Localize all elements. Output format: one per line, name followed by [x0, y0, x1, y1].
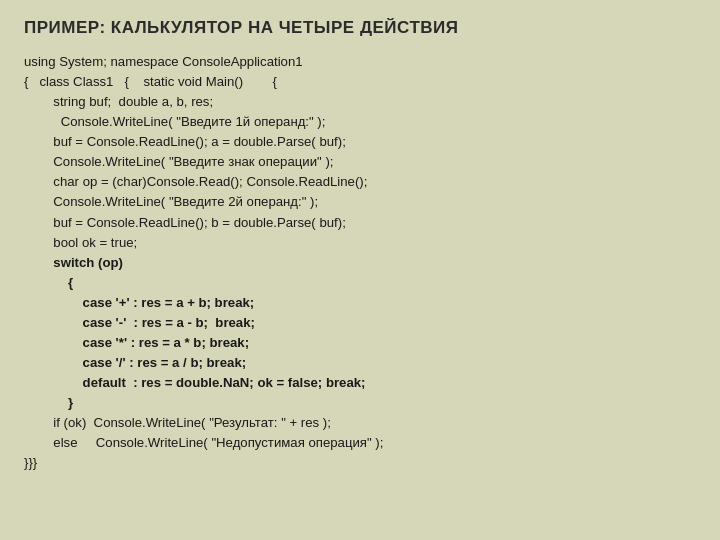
code-line-17: default : res = double.NaN; ok = false; …	[24, 373, 696, 393]
code-line-20: else Console.WriteLine( "Недопустимая оп…	[24, 433, 696, 453]
page-container: ПРИМЕР: КАЛЬКУЛЯТОР НА ЧЕТЫРЕ ДЕЙСТВИЯ u…	[0, 0, 720, 540]
code-line-16: case '/' : res = a / b; break;	[24, 353, 696, 373]
code-line-13: case '+' : res = a + b; break;	[24, 293, 696, 313]
code-line-12: {	[24, 273, 696, 293]
code-line-9: buf = Console.ReadLine(); b = double.Par…	[24, 213, 696, 233]
code-line-8: Console.WriteLine( "Введите 2й операнд:"…	[24, 192, 696, 212]
code-line-11: switch (op)	[24, 253, 696, 273]
code-line-6: Console.WriteLine( "Введите знак операци…	[24, 152, 696, 172]
code-line-3: string buf; double a, b, res;	[24, 92, 696, 112]
code-block: using System; namespace ConsoleApplicati…	[24, 52, 696, 473]
code-line-4: Console.WriteLine( "Введите 1й операнд:"…	[24, 112, 696, 132]
code-line-5: buf = Console.ReadLine(); a = double.Par…	[24, 132, 696, 152]
code-line-19: if (ok) Console.WriteLine( "Результат: "…	[24, 413, 696, 433]
code-line-15: case '*' : res = a * b; break;	[24, 333, 696, 353]
code-line-10: bool ok = true;	[24, 233, 696, 253]
code-line-21: }}}	[24, 453, 696, 473]
code-line-1: using System; namespace ConsoleApplicati…	[24, 52, 696, 72]
code-line-18: }	[24, 393, 696, 413]
page-title: ПРИМЕР: КАЛЬКУЛЯТОР НА ЧЕТЫРЕ ДЕЙСТВИЯ	[24, 18, 696, 38]
code-line-14: case '-' : res = a - b; break;	[24, 313, 696, 333]
code-line-2: { class Class1 { static void Main() {	[24, 72, 696, 92]
code-line-7: char op = (char)Console.Read(); Console.…	[24, 172, 696, 192]
